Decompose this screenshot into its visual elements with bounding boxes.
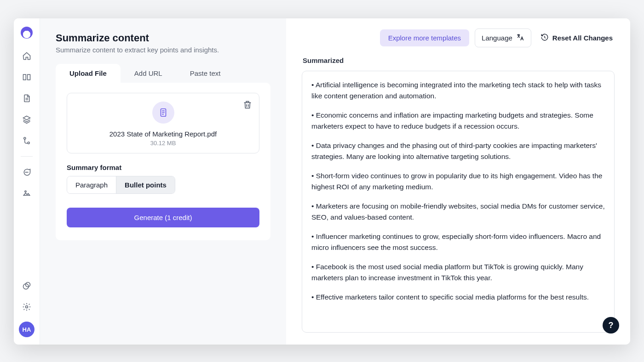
explore-templates-button[interactable]: Explore more templates <box>380 29 469 46</box>
summary-bullet: • Economic concerns and inflation are im… <box>311 110 605 132</box>
summary-bullet: • Artificial intelligence is becoming in… <box>311 79 605 102</box>
nav-library[interactable] <box>20 71 33 84</box>
file-size: 30.12 MB <box>75 140 251 147</box>
language-button[interactable]: Language <box>475 28 531 47</box>
output-box[interactable]: • Artificial intelligence is becoming in… <box>302 71 615 333</box>
svg-point-8 <box>26 306 28 308</box>
summary-bullet: • Facebook is the most used social media… <box>311 261 605 283</box>
right-panel: Explore more templates Language Reset Al… <box>286 18 630 345</box>
page-subtitle: Summarize content to extract key points … <box>56 46 270 54</box>
svg-point-3 <box>27 172 27 173</box>
document-icon <box>152 102 174 124</box>
nav-home[interactable] <box>20 50 33 62</box>
tab-paste-text[interactable]: Paste text <box>176 64 235 83</box>
format-segmented: Paragraph Bullet points <box>67 176 175 194</box>
summary-bullet: • Effective marketers tailor content to … <box>311 292 605 303</box>
output-area: Summarized • Artificial intelligence is … <box>302 54 615 333</box>
nav-settings[interactable] <box>20 300 33 313</box>
history-icon <box>540 33 549 43</box>
nav-chat[interactable] <box>20 166 33 179</box>
tab-add-url[interactable]: Add URL <box>121 64 176 83</box>
summary-bullet: • Marketers are focusing on mobile-frien… <box>311 201 605 223</box>
generate-button[interactable]: Generate (1 credit) <box>67 208 259 227</box>
output-title: Summarized <box>303 57 614 64</box>
format-bullet-points[interactable]: Bullet points <box>116 176 175 193</box>
uploaded-file-box: 2023 State of Marketing Report.pdf 30.12… <box>67 93 259 153</box>
nav-usage[interactable] <box>20 279 33 292</box>
svg-point-0 <box>24 137 26 139</box>
sidebar: HA <box>14 18 40 345</box>
page-title: Summarize content <box>56 32 270 44</box>
file-name: 2023 State of Marketing Report.pdf <box>75 130 251 138</box>
summary-bullet: • Data privacy changes and the phasing o… <box>311 140 605 162</box>
input-tabs: Upload File Add URL Paste text <box>56 64 270 83</box>
topbar: Explore more templates Language Reset Al… <box>286 18 630 54</box>
summary-bullet: • Short-form video continues to grow in … <box>311 170 605 192</box>
svg-point-6 <box>23 284 29 289</box>
svg-point-4 <box>28 172 28 173</box>
svg-point-5 <box>25 191 26 192</box>
sidebar-divider <box>21 156 33 157</box>
app-shell: HA Summarize content Summarize content t… <box>14 18 630 345</box>
nav-layers[interactable] <box>20 113 33 126</box>
format-label: Summary format <box>67 164 259 171</box>
svg-point-2 <box>25 172 26 173</box>
translate-icon <box>516 33 524 43</box>
format-paragraph[interactable]: Paragraph <box>67 176 116 193</box>
reset-label: Reset All Changes <box>552 34 613 42</box>
summary-bullet: • Influencer marketing continues to grow… <box>311 231 605 253</box>
user-avatar[interactable]: HA <box>19 322 34 337</box>
help-button[interactable]: ? <box>603 317 619 334</box>
delete-file-button[interactable] <box>242 100 253 110</box>
tab-upload-file[interactable]: Upload File <box>56 64 121 83</box>
nav-compare[interactable] <box>20 134 33 147</box>
svg-point-1 <box>28 142 29 144</box>
reset-button[interactable]: Reset All Changes <box>537 29 615 47</box>
left-panel: Summarize content Summarize content to e… <box>40 18 286 345</box>
language-label: Language <box>482 34 512 42</box>
app-logo[interactable] <box>21 27 33 39</box>
input-card: 2023 State of Marketing Report.pdf 30.12… <box>56 83 270 240</box>
nav-image[interactable] <box>20 187 33 200</box>
nav-documents[interactable] <box>20 92 33 105</box>
